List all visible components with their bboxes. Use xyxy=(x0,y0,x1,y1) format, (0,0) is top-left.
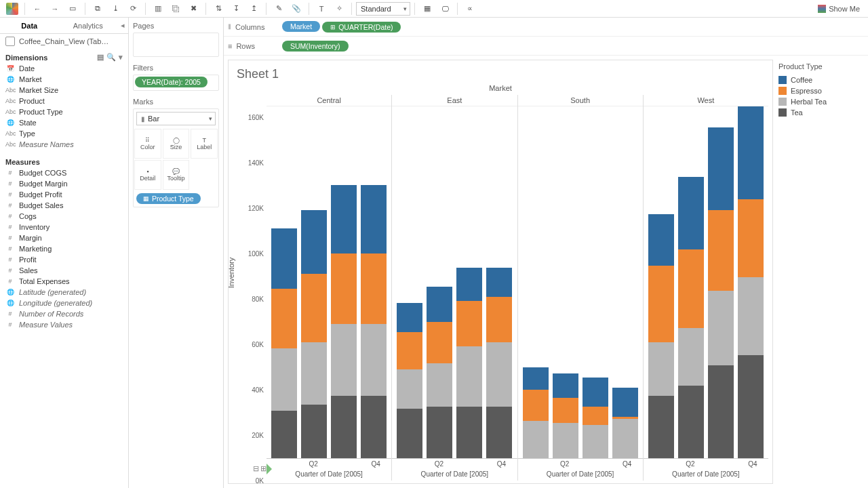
bar-segment-herbal-tea[interactable] xyxy=(301,342,327,405)
dimension-field[interactable]: 🌐State xyxy=(3,117,125,128)
measure-field[interactable]: #Budget Margin xyxy=(3,178,125,189)
bar-segment-herbal-tea[interactable] xyxy=(738,277,764,355)
mark-label-button[interactable]: TLabel xyxy=(191,129,218,159)
column-pill[interactable]: Market xyxy=(282,21,320,32)
bars-area[interactable] xyxy=(644,106,768,459)
measure-field[interactable]: #Marketing xyxy=(3,243,125,254)
sort-asc-icon[interactable]: ↧ xyxy=(228,1,244,16)
bar-segment-coffee[interactable] xyxy=(612,388,638,417)
bar-segment-tea[interactable] xyxy=(271,411,297,458)
stacked-bar[interactable] xyxy=(456,106,482,458)
stacked-bar[interactable] xyxy=(648,106,674,458)
measure-field[interactable]: #Number of Records xyxy=(3,308,125,319)
bars-area[interactable] xyxy=(392,106,517,459)
menu-caret-icon[interactable]: ▾ xyxy=(119,53,123,62)
bar-segment-herbal-tea[interactable] xyxy=(678,328,704,386)
bar-segment-espresso[interactable] xyxy=(738,199,764,277)
bar-segment-coffee[interactable] xyxy=(361,185,387,253)
measure-field[interactable]: 🌐Longitude (generated) xyxy=(3,298,125,308)
columns-shelf[interactable]: ⦀Columns Market QUARTER(Date) xyxy=(224,18,868,37)
measure-field[interactable]: #Budget Profit xyxy=(3,189,125,200)
clear-icon[interactable]: ✖ xyxy=(185,1,201,16)
bar-segment-coffee[interactable] xyxy=(523,367,549,390)
bar-segment-espresso[interactable] xyxy=(553,398,578,423)
bar-segment-tea[interactable] xyxy=(456,407,482,458)
bar-segment-herbal-tea[interactable] xyxy=(361,324,387,396)
bar-segment-espresso[interactable] xyxy=(583,407,608,425)
bar-segment-espresso[interactable] xyxy=(331,253,357,324)
bar-segment-coffee[interactable] xyxy=(486,268,512,297)
attach-icon[interactable]: 📎 xyxy=(288,1,304,16)
bar-segment-herbal-tea[interactable] xyxy=(271,348,297,411)
bar-segment-coffee[interactable] xyxy=(271,228,297,289)
save-icon[interactable]: ▭ xyxy=(64,1,81,16)
bar-segment-herbal-tea[interactable] xyxy=(331,324,357,396)
bar-segment-herbal-tea[interactable] xyxy=(553,423,578,458)
measure-field[interactable]: #Budget Sales xyxy=(3,200,125,211)
stacked-bar[interactable] xyxy=(523,106,549,458)
measure-field[interactable]: #Total Expenses xyxy=(3,276,125,287)
measure-field[interactable]: #Profit xyxy=(3,254,125,265)
stacked-bar[interactable] xyxy=(738,106,764,458)
bar-segment-tea[interactable] xyxy=(738,355,764,458)
bar-segment-tea[interactable] xyxy=(708,365,734,458)
refresh-icon[interactable]: ⟳ xyxy=(125,1,141,16)
pause-autorefresh-icon[interactable]: ⤓ xyxy=(107,1,123,16)
bar-segment-espresso[interactable] xyxy=(456,301,482,346)
fit-select[interactable]: Standard xyxy=(356,2,410,16)
dimension-field[interactable]: 📅Date xyxy=(3,63,125,74)
stacked-bar[interactable] xyxy=(271,106,297,458)
bar-segment-herbal-tea[interactable] xyxy=(523,421,549,458)
dimension-field[interactable]: AbcMeasure Names xyxy=(3,139,125,150)
bar-segment-herbal-tea[interactable] xyxy=(612,419,638,458)
bar-segment-coffee[interactable] xyxy=(583,378,608,407)
sort-desc-icon[interactable]: ↥ xyxy=(245,1,262,16)
stacked-bar[interactable] xyxy=(678,106,704,458)
stacked-bar[interactable] xyxy=(486,106,512,458)
stacked-bar[interactable] xyxy=(708,106,734,458)
bar-segment-tea[interactable] xyxy=(301,405,327,458)
swap-icon[interactable]: ⇅ xyxy=(210,1,226,16)
dimension-field[interactable]: AbcType xyxy=(3,128,125,139)
tab-analytics[interactable]: Analytics xyxy=(59,18,118,33)
sheet-title[interactable]: Sheet 1 xyxy=(229,60,772,81)
dimension-field[interactable]: AbcMarket Size xyxy=(3,85,125,96)
stacked-bar[interactable] xyxy=(361,106,387,458)
mark-color-button[interactable]: ⠿Color xyxy=(134,129,161,159)
dimension-field[interactable]: AbcProduct xyxy=(3,96,125,106)
bar-segment-espresso[interactable] xyxy=(708,210,734,291)
back-icon[interactable]: ← xyxy=(29,1,45,16)
expand-icon[interactable]: ⊞ xyxy=(260,464,267,473)
bar-segment-tea[interactable] xyxy=(427,407,452,458)
legend-item[interactable]: Tea xyxy=(778,107,863,118)
bar-segment-coffee[interactable] xyxy=(301,210,327,274)
bar-segment-herbal-tea[interactable] xyxy=(456,346,482,407)
dashboard-icon[interactable]: ▦ xyxy=(419,1,435,16)
bar-segment-coffee[interactable] xyxy=(397,303,422,332)
dimension-field[interactable]: 🌐Market xyxy=(3,74,125,85)
bar-segment-espresso[interactable] xyxy=(678,249,704,328)
highlight-icon[interactable]: ✎ xyxy=(271,1,287,16)
find-field-icon[interactable]: 🔍 xyxy=(106,53,116,62)
mark-tooltip-button[interactable]: 💬Tooltip xyxy=(163,160,190,190)
bar-segment-tea[interactable] xyxy=(397,409,422,458)
bar-segment-tea[interactable] xyxy=(331,396,357,458)
bar-segment-espresso[interactable] xyxy=(301,274,327,342)
stacked-bar[interactable] xyxy=(583,106,608,458)
show-me-button[interactable]: Show Me xyxy=(814,5,864,13)
rows-shelf[interactable]: ≡Rows SUM(Inventory) xyxy=(224,37,868,56)
stacked-bar[interactable] xyxy=(612,106,638,458)
bar-segment-tea[interactable] xyxy=(486,407,512,458)
bar-segment-herbal-tea[interactable] xyxy=(708,291,734,365)
bar-segment-coffee[interactable] xyxy=(708,127,734,210)
bars-area[interactable]: ⊟⊞ xyxy=(267,106,391,459)
bars-area[interactable] xyxy=(518,106,643,459)
mark-size-button[interactable]: ◯Size xyxy=(163,129,190,159)
bar-segment-coffee[interactable] xyxy=(738,106,764,199)
legend-item[interactable]: Espresso xyxy=(778,85,863,96)
bar-segment-tea[interactable] xyxy=(361,396,387,458)
bar-segment-coffee[interactable] xyxy=(553,373,578,399)
bar-segment-espresso[interactable] xyxy=(361,253,387,324)
bar-segment-herbal-tea[interactable] xyxy=(648,342,674,396)
column-pill[interactable]: QUARTER(Date) xyxy=(322,22,401,33)
